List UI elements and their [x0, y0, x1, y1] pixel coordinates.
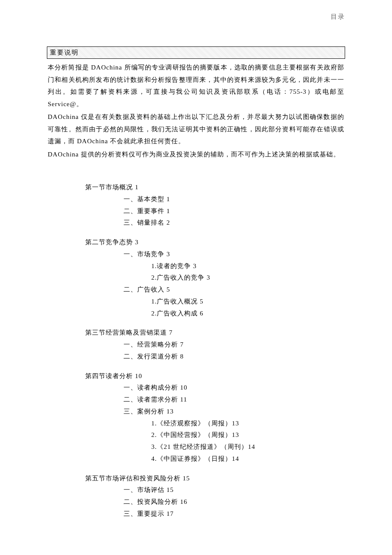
toc-section-title: 第五节市场评估和投资风险分析 15 — [85, 473, 345, 485]
notice-body: 本分析简报是 DAOchina 所编写的专业调研报告的摘要版本，选取的摘要信息主… — [47, 59, 345, 160]
toc-section-title: 第一节市场概况 1 — [85, 182, 345, 194]
notice-paragraph: 本分析简报是 DAOchina 所编写的专业调研报告的摘要版本，选取的摘要信息主… — [48, 61, 344, 110]
toc-section-title: 第四节读者分析 10 — [85, 370, 345, 382]
toc-subitem: 2.广告收入的竞争 3 — [151, 272, 345, 284]
toc-item: 一、读者构成分析 10 — [124, 382, 345, 394]
toc-item: 一、基本类型 1 — [124, 194, 345, 205]
toc-subitem: 1.广告收入概况 5 — [151, 296, 345, 308]
toc-subitem: 1.读者的竞争 3 — [151, 260, 345, 272]
header-label: 目录 — [47, 13, 345, 21]
toc-item: 二、发行渠道分析 8 — [124, 351, 345, 363]
toc-subitem: 1.《经济观察报》（周报）13 — [151, 418, 345, 430]
notice-paragraph: DAOchina 提供的分析资料仅可作为商业及投资决策的辅助，而不可作为上述决策… — [48, 148, 344, 161]
toc-item: 三、案例分析 13 — [124, 406, 345, 418]
toc-item: 二、广告收入 5 — [124, 284, 345, 296]
notice-title: 重要说明 — [50, 49, 79, 56]
toc-section-title: 第三节经营策略及营销渠道 7 — [85, 327, 345, 339]
notice-paragraph: DAOchina 仅是在有关数据及资料的基础上作出以下汇总及分析，并尽最大努力以… — [48, 111, 344, 147]
toc-subitem: 3.《21 世纪经济报道》（周刊）14 — [151, 441, 345, 453]
toc-item: 二、重要事件 1 — [124, 205, 345, 217]
toc-item: 一、市场评估 15 — [124, 484, 345, 496]
table-of-contents: 第一节市场概况 1 一、基本类型 1 二、重要事件 1 三、销量排名 2 第二节… — [47, 182, 345, 520]
toc-subitem: 2.广告收入构成 6 — [151, 308, 345, 320]
toc-item: 三、重要提示 17 — [124, 508, 345, 520]
notice-title-box: 重要说明 — [47, 46, 345, 59]
toc-item: 二、投资风险分析 16 — [124, 496, 345, 508]
toc-section-title: 第二节竞争态势 3 — [85, 237, 345, 249]
document-page: 目录 重要说明 本分析简报是 DAOchina 所编写的专业调研报告的摘要版本，… — [0, 0, 392, 555]
toc-subitem: 4.《中国证券报》（日报）14 — [151, 453, 345, 465]
toc-item: 二、读者需求分析 11 — [124, 394, 345, 406]
toc-subitem: 2.《中国经营报》（周报）13 — [151, 429, 345, 441]
toc-item: 三、销量排名 2 — [124, 217, 345, 229]
toc-item: 一、市场竞争 3 — [124, 249, 345, 260]
toc-item: 一、经营策略分析 7 — [124, 339, 345, 351]
